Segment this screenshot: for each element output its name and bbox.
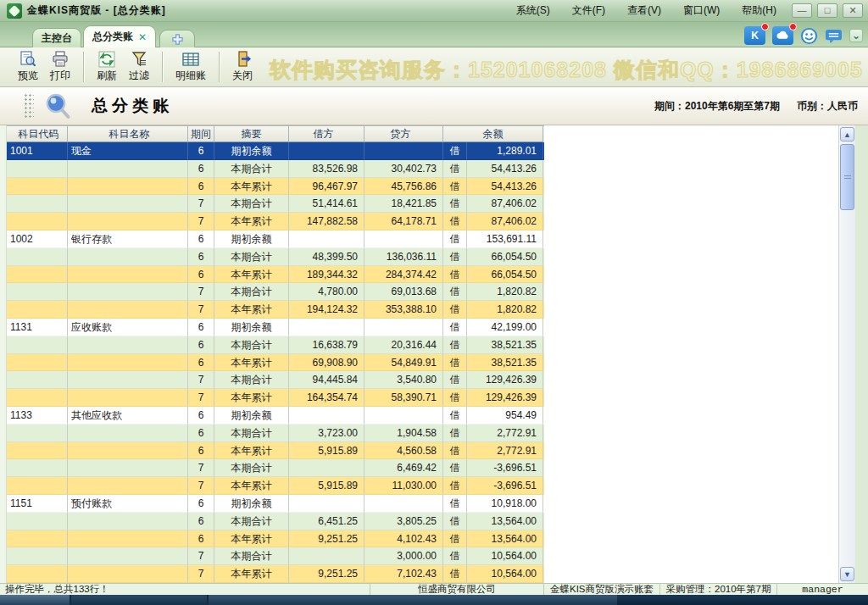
cell-account-code — [7, 336, 68, 354]
table-row[interactable]: 7 本年累计 9,251.25 7,102.43 借 10,564.00 — [7, 565, 544, 583]
menu-file[interactable]: 文件(F) — [572, 3, 605, 18]
kingdee-k-icon[interactable]: K — [744, 26, 765, 45]
cell-debit: 3,723.00 — [289, 425, 364, 442]
refresh-button[interactable]: 刷新 — [91, 49, 123, 85]
table-row[interactable]: 6 本期合计 6,451.25 3,805.25 借 13,564.00 — [7, 513, 544, 530]
print-button[interactable]: 打印 — [44, 49, 76, 85]
cell-period: 7 — [188, 477, 214, 495]
menu-system[interactable]: 系统(S) — [516, 3, 550, 18]
cell-direction: 借 — [443, 283, 467, 301]
cell-account-name — [68, 283, 188, 301]
cell-summary: 本年累计 — [214, 565, 289, 583]
cell-summary: 本年累计 — [214, 477, 289, 495]
cell-account-name — [68, 266, 188, 284]
table-row[interactable]: 6 本年累计 69,908.90 54,849.91 借 38,521.35 — [7, 354, 544, 372]
close-button[interactable]: ✕ — [843, 3, 863, 18]
scrollbar-thumb[interactable] — [840, 144, 854, 210]
taskbar-segment[interactable] — [0, 595, 70, 605]
cell-direction: 借 — [443, 495, 467, 513]
cell-account-name — [68, 213, 188, 230]
detail-ledger-icon — [181, 51, 200, 68]
tab-console-label: 主控台 — [42, 31, 72, 46]
table-row[interactable]: 1002 银行存款 6 期初余额 借 153,691.11 — [7, 230, 544, 248]
cell-summary: 本期合计 — [214, 547, 289, 565]
table-row[interactable]: 7 本期合计 6,469.42 借 -3,696.51 — [7, 459, 544, 477]
tab-console[interactable]: 主控台 — [32, 28, 81, 47]
table-row[interactable]: 1133 其他应收款 6 期初余额 借 954.49 — [7, 407, 544, 425]
cell-account-code — [7, 459, 68, 477]
cell-balance: 42,199.00 — [467, 319, 543, 336]
table-row[interactable]: 7 本年累计 194,124.32 353,388.10 借 1,820.82 — [7, 301, 544, 319]
cell-debit: 83,526.98 — [289, 160, 364, 178]
minimize-button[interactable]: — — [792, 3, 812, 18]
menu-window[interactable]: 窗口(W) — [683, 3, 720, 18]
header-balance: 余额 — [443, 126, 543, 142]
app-window: 金蝶KIS商贸版 - [总分类账] 系统(S) 文件(F) 查看(V) 窗口(W… — [0, 0, 868, 605]
cell-summary: 本年累计 — [214, 178, 289, 196]
smiley-icon[interactable] — [800, 27, 818, 45]
cell-account-code — [7, 283, 68, 301]
cell-period: 6 — [188, 266, 214, 284]
table-row[interactable]: 7 本期合计 4,780.00 69,013.68 借 1,820.82 — [7, 283, 544, 301]
cell-account-code — [7, 389, 68, 407]
toolbar: 预览 打印 刷新 过滤 — [0, 47, 868, 87]
table-row[interactable]: 1001 现金 6 期初余额 借 1,289.01 — [7, 142, 544, 160]
detail-ledger-label: 明细账 — [175, 69, 206, 83]
table-row[interactable]: 6 本期合计 83,526.98 30,402.73 借 54,413.26 — [7, 160, 544, 178]
table-row[interactable]: 1151 预付账款 6 期初余额 借 10,918.00 — [7, 495, 544, 513]
cell-account-name — [68, 389, 188, 407]
cell-direction: 借 — [443, 513, 467, 530]
cell-period: 7 — [188, 213, 214, 230]
table-row[interactable]: 6 本年累计 96,467.97 45,756.86 借 54,413.26 — [7, 178, 544, 196]
cell-account-code — [7, 213, 68, 230]
detail-ledger-button[interactable]: 明细账 — [170, 49, 212, 85]
table-row[interactable]: 6 本期合计 3,723.00 1,904.58 借 2,772.91 — [7, 425, 544, 442]
cell-summary: 本期合计 — [214, 371, 289, 389]
header-credit: 贷方 — [364, 126, 443, 142]
table-row[interactable]: 7 本期合计 3,000.00 借 10,564.00 — [7, 547, 544, 565]
table-row[interactable]: 7 本年累计 5,915.89 11,030.00 借 -3,696.51 — [7, 477, 544, 495]
cloud-sync-icon[interactable] — [772, 26, 793, 45]
cell-account-name: 其他应收款 — [68, 407, 188, 425]
message-icon[interactable] — [825, 28, 843, 44]
new-tab-button[interactable] — [159, 30, 195, 47]
cell-summary: 本年累计 — [214, 266, 289, 284]
cell-direction: 借 — [443, 336, 467, 354]
taskbar-segment[interactable] — [71, 595, 207, 605]
cell-direction: 借 — [443, 301, 467, 319]
menu-help[interactable]: 帮助(H) — [742, 3, 776, 18]
table-row[interactable]: 7 本期合计 51,414.61 18,421.85 借 87,406.02 — [7, 195, 544, 213]
table-row[interactable]: 6 本年累计 189,344.32 284,374.42 借 66,054.50 — [7, 266, 544, 284]
taskbar-segment[interactable] — [617, 595, 868, 605]
vertical-scrollbar[interactable]: ▲ ▼ — [838, 125, 855, 583]
table-header-row: 科目代码 科目名称 期间 摘要 借方 贷方 余额 — [7, 125, 544, 142]
cell-period: 6 — [188, 248, 214, 266]
cell-balance: 87,406.02 — [467, 213, 543, 230]
filter-button[interactable]: 过滤 — [123, 49, 155, 85]
taskbar-segment[interactable] — [209, 595, 617, 605]
collapse-chevron-icon[interactable]: ⌄ — [849, 29, 863, 42]
tab-general-ledger[interactable]: 总分类账 ✕ — [83, 25, 156, 47]
table-row[interactable]: 6 本年累计 5,915.89 4,560.58 借 2,772.91 — [7, 442, 544, 460]
table-row[interactable]: 7 本年累计 147,882.58 64,178.71 借 87,406.02 — [7, 213, 544, 230]
scroll-up-icon[interactable]: ▲ — [840, 127, 854, 142]
cell-account-name — [68, 354, 188, 372]
table-row[interactable]: 6 本期合计 48,399.50 136,036.11 借 66,054.50 — [7, 248, 544, 266]
notification-badge — [761, 23, 769, 31]
table-row[interactable]: 7 本期合计 94,445.84 3,540.80 借 129,426.39 — [7, 371, 544, 389]
cell-period: 6 — [188, 495, 214, 513]
maximize-button[interactable]: □ — [817, 3, 837, 18]
table-row[interactable]: 6 本年累计 9,251.25 4,102.43 借 13,564.00 — [7, 530, 544, 548]
cell-direction: 借 — [443, 160, 467, 178]
table-row[interactable]: 6 本期合计 16,638.79 20,316.44 借 38,521.35 — [7, 336, 544, 354]
preview-button[interactable]: 预览 — [12, 49, 44, 85]
cell-account-name — [68, 477, 188, 495]
close-view-button[interactable]: 关闭 — [226, 49, 259, 85]
table-row[interactable]: 7 本年累计 164,354.74 58,390.71 借 129,426.39 — [7, 389, 544, 407]
taskbar[interactable] — [0, 595, 868, 605]
table-row[interactable]: 1131 应收账款 6 期初余额 借 42,199.00 — [7, 319, 544, 336]
tab-close-icon[interactable]: ✕ — [138, 31, 147, 43]
scroll-down-icon[interactable]: ▼ — [840, 567, 854, 581]
menu-view[interactable]: 查看(V) — [627, 3, 661, 18]
cell-account-name: 银行存款 — [68, 230, 188, 248]
